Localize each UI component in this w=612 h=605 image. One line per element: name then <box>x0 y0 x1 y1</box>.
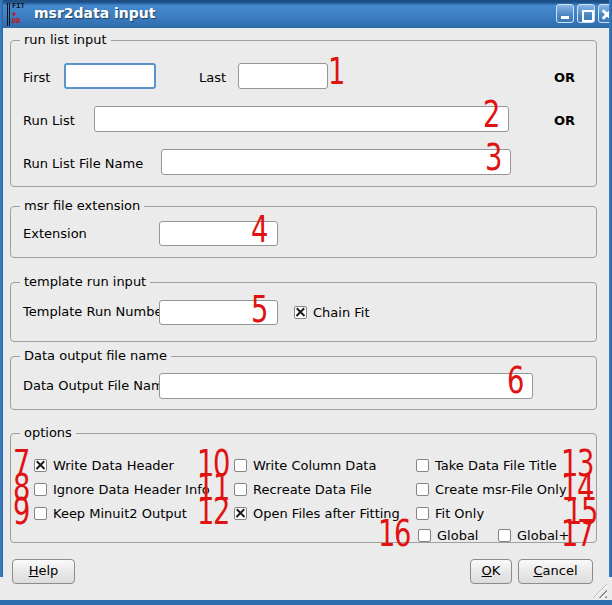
annotation-1: 1 <box>328 57 344 86</box>
run-list-file-name-input[interactable] <box>161 149 511 175</box>
app-icon-db-text: DB <box>12 18 29 25</box>
window-frame-bottom <box>0 600 612 605</box>
app-icon: FIT ✚ DB <box>7 3 29 26</box>
global-label[interactable]: Global <box>437 528 478 543</box>
first-input[interactable] <box>64 63 156 89</box>
take-data-file-title-label[interactable]: Take Data File Title <box>435 458 557 473</box>
open-files-after-fitting-checkbox[interactable] <box>234 507 247 520</box>
create-msr-file-only-checkbox[interactable] <box>416 483 429 496</box>
ignore-data-header-info-label[interactable]: Ignore Data Header Info <box>53 482 210 497</box>
ok-button-label: OK <box>471 560 511 582</box>
group-msr-file-extension-title: msr file extension <box>20 198 144 214</box>
or-label-1: OR <box>554 70 575 85</box>
first-label: First <box>23 70 50 85</box>
run-list-input[interactable] <box>94 106 509 132</box>
group-data-output-file-name-title: Data output file name <box>20 348 171 364</box>
annotation-9: 9 <box>13 497 29 526</box>
annotation-3: 3 <box>485 143 501 172</box>
create-msr-file-only-label[interactable]: Create msr-File Only <box>435 482 567 497</box>
resize-grip[interactable] <box>593 584 607 598</box>
write-data-header-checkbox[interactable] <box>34 459 47 472</box>
annotation-5: 5 <box>251 295 267 324</box>
group-template-run-input: template run input Template Run Number C… <box>10 282 597 342</box>
window-frame-left <box>0 0 3 577</box>
fit-only-checkbox[interactable] <box>416 507 429 520</box>
data-output-file-name-input[interactable] <box>159 373 533 399</box>
chain-fit-checkbox[interactable] <box>294 306 307 319</box>
recreate-data-file-label[interactable]: Recreate Data File <box>253 482 372 497</box>
extension-label: Extension <box>23 226 87 241</box>
template-run-number-label: Template Run Number <box>23 304 168 319</box>
cancel-button[interactable]: Cancel <box>518 559 593 584</box>
group-template-run-input-title: template run input <box>20 274 150 290</box>
data-output-file-name-label: Data Output File Name <box>23 378 172 393</box>
ignore-data-header-info-checkbox[interactable] <box>34 483 47 496</box>
cancel-button-label: Cancel <box>519 560 592 582</box>
group-options-title: options <box>20 425 76 441</box>
annotation-17: 17 <box>561 519 593 548</box>
annotation-2: 2 <box>483 100 499 129</box>
ok-button[interactable]: OK <box>470 559 512 584</box>
keep-minuit2-output-label[interactable]: Keep Minuit2 Output <box>53 506 187 521</box>
write-column-data-checkbox[interactable] <box>234 459 247 472</box>
group-run-list-input: run list input First Last OR Run List OR… <box>10 40 597 187</box>
msr2data-dialog: FIT ✚ DB msr2data input run list input F… <box>0 0 612 605</box>
group-run-list-input-title: run list input <box>20 32 111 48</box>
take-data-file-title-checkbox[interactable] <box>416 459 429 472</box>
annotation-16: 16 <box>378 519 410 548</box>
maximize-icon[interactable] <box>577 4 595 23</box>
last-input[interactable] <box>238 63 328 89</box>
annotation-4: 4 <box>251 215 267 244</box>
run-list-label: Run List <box>23 113 75 128</box>
annotation-6: 6 <box>507 366 523 395</box>
fit-only-label[interactable]: Fit Only <box>435 506 484 521</box>
keep-minuit2-output-checkbox[interactable] <box>34 507 47 520</box>
write-column-data-label[interactable]: Write Column Data <box>253 458 376 473</box>
last-label: Last <box>199 70 226 85</box>
global-plus-checkbox[interactable] <box>498 529 511 542</box>
run-list-file-name-label: Run List File Name <box>23 156 143 171</box>
help-button[interactable]: Help <box>12 559 75 584</box>
help-button-label: Help <box>13 560 74 582</box>
write-data-header-label[interactable]: Write Data Header <box>53 458 174 473</box>
global-checkbox[interactable] <box>418 529 431 542</box>
or-label-2: OR <box>554 113 575 128</box>
window-title: msr2data input <box>34 5 156 21</box>
minimize-icon[interactable] <box>556 4 574 23</box>
group-options: options Write Data Header Ignore Data He… <box>10 433 597 543</box>
chain-fit-label[interactable]: Chain Fit <box>313 305 370 320</box>
group-msr-file-extension: msr file extension Extension <box>10 206 597 258</box>
recreate-data-file-checkbox[interactable] <box>234 483 247 496</box>
annotation-12: 12 <box>197 497 229 526</box>
titlebar[interactable]: FIT ✚ DB msr2data input <box>0 0 612 28</box>
